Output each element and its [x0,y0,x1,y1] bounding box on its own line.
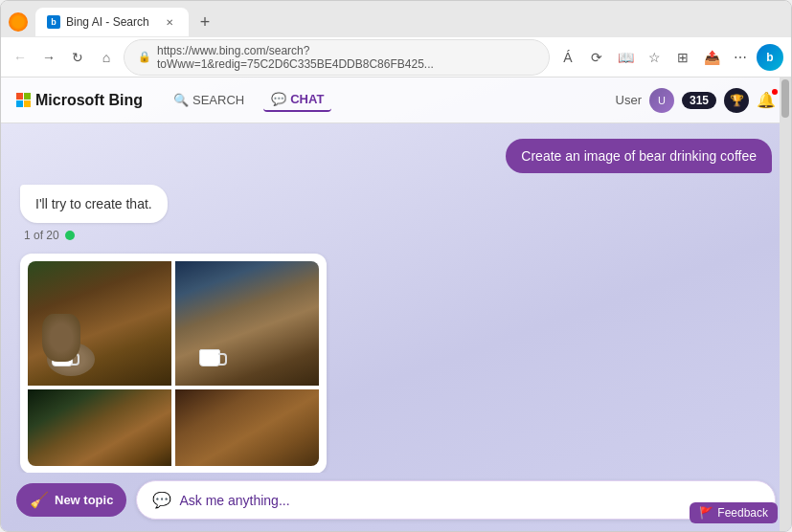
share-icon[interactable]: 📤 [699,45,724,70]
search-nav-label: SEARCH [192,93,244,107]
browser-logo-icon [9,12,28,32]
read-aloud-icon[interactable]: Á [555,45,580,70]
notifications-icon[interactable]: 🔔 [757,91,776,109]
scrollbar-thumb[interactable] [781,79,789,118]
bing-logo: Microsoft Bing [16,92,143,109]
address-bar: ← → ↻ ⌂ 🔒 https://www.bing.com/search?to… [1,37,791,78]
notification-dot [772,89,778,95]
generated-image-1[interactable] [28,261,171,386]
forward-button[interactable]: → [37,46,60,69]
new-topic-label: New topic [55,493,113,507]
reader-view-icon[interactable]: 📖 [613,45,638,70]
user-label: User [616,93,642,107]
feedback-flag-icon: 🚩 [699,506,713,520]
search-nav-icon: 🔍 [173,93,189,107]
generated-image-2[interactable] [175,261,319,386]
header-nav: 🔍 SEARCH 💬 CHAT [166,88,331,112]
tab-close-button[interactable]: ✕ [162,14,177,30]
chat-nav-label: CHAT [290,92,324,106]
tab-favicon: b [47,15,60,29]
more-tools-icon[interactable]: ⋯ [728,45,753,70]
favorites-icon[interactable]: ☆ [642,45,667,70]
collections-icon[interactable]: ⊞ [670,45,695,70]
ai-message-bubble: I'll try to create that. [20,185,168,223]
new-topic-button[interactable]: 🧹 New topic [16,483,126,517]
url-text: https://www.bing.com/search?toWww=1&redi… [157,44,535,71]
input-chat-icon: 💬 [152,491,171,509]
chat-input-box[interactable]: 💬 Ask me anything... [136,480,776,520]
ai-message-text: I'll try to create that. [35,196,152,211]
microsoft-logo-icon [16,93,32,108]
generated-image-4[interactable] [175,389,319,466]
url-box[interactable]: 🔒 https://www.bing.com/search?toWww=1&re… [124,39,550,76]
page-content: Microsoft Bing 🔍 SEARCH 💬 CHAT User U 31… [1,78,791,531]
user-message-bubble: Create an image of bear drinking coffee [506,139,772,173]
new-tab-button[interactable]: + [192,10,217,34]
status-dot [65,231,75,240]
bing-header: Microsoft Bing 🔍 SEARCH 💬 CHAT User U 31… [1,78,791,123]
cup-decoration-1 [52,349,73,366]
chat-nav-icon: 💬 [271,92,286,106]
toolbar-icons: Á ⟳ 📖 ☆ ⊞ 📤 ⋯ b [555,44,783,71]
back-button[interactable]: ← [9,46,32,69]
feedback-label: Feedback [717,506,768,520]
image-grid-container [20,254,327,473]
cup-decoration-2 [199,349,220,366]
points-badge: 315 [682,92,716,109]
tab-bar: b Bing AI - Search ✕ + [1,1,791,37]
tab-title: Bing AI - Search [66,15,149,29]
user-avatar[interactable]: U [649,88,674,113]
bing-copilot-button[interactable]: b [757,44,783,71]
browser-window: b Bing AI - Search ✕ + ← → ↻ ⌂ 🔒 https:/… [0,0,792,532]
translate-icon[interactable]: ⟳ [584,45,609,70]
feedback-button[interactable]: 🚩 Feedback [690,502,778,523]
refresh-button[interactable]: ↻ [66,46,89,69]
rewards-icon[interactable]: 🏆 [724,88,749,113]
generated-image-3[interactable] [28,389,171,466]
image-grid [28,261,319,466]
chat-nav-item[interactable]: 💬 CHAT [263,88,331,112]
response-counter: 1 of 20 [20,229,168,242]
bing-logo-text: Microsoft Bing [35,92,143,109]
home-button[interactable]: ⌂ [95,46,118,69]
bottom-bar: 🧹 New topic 💬 Ask me anything... [1,473,791,531]
header-right: User U 315 🏆 🔔 [616,88,776,113]
active-tab[interactable]: b Bing AI - Search ✕ [35,8,189,36]
input-placeholder: Ask me anything... [179,493,289,508]
ai-response: I'll try to create that. 1 of 20 [20,185,168,242]
user-message-text: Create an image of bear drinking coffee [521,148,757,164]
counter-text: 1 of 20 [24,229,59,242]
broom-icon: 🧹 [30,491,49,509]
chat-area: Create an image of bear drinking coffee … [1,123,791,473]
search-nav-item[interactable]: 🔍 SEARCH [166,89,252,111]
